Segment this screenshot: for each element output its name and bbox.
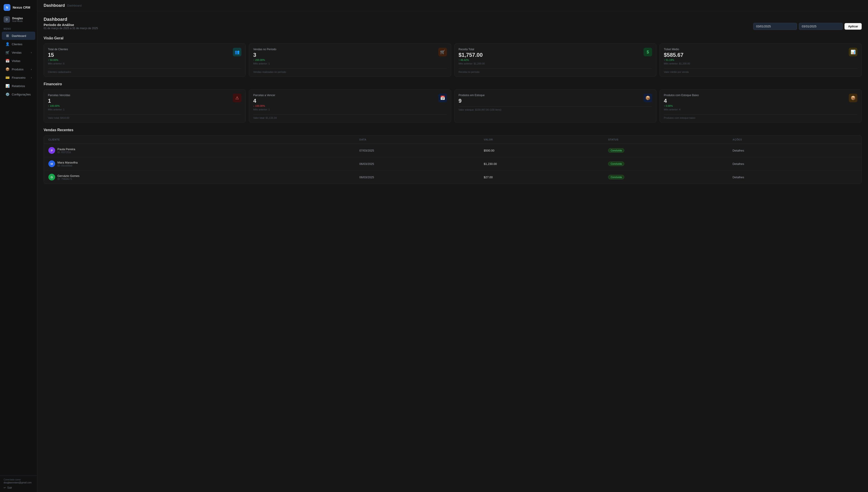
stat-card: Produtos com Estoque Baixo 4 ↑ 0.00% Mês… [660,89,862,123]
sidebar-item-vendas[interactable]: 🛒 Vendas › [2,48,35,56]
row-date: 06/03/2025 [360,175,484,179]
visao-geral-cards: Total de Clientes 15 ↑ 50.00% Mês anteri… [44,44,862,77]
financeiro-icon: 💳 [5,76,9,80]
card-icon: 👥 [233,48,241,56]
produtos-icon: 📦 [5,67,9,71]
card-label: Total de Clientes [48,48,68,51]
card-icon: 🛒 [438,48,447,56]
card-label: Vendas no Período [253,48,276,51]
card-label: Produtos com Estoque Baixo [664,94,699,97]
table-row: M Mara Maravilha ID: 05cd35bd 06/03/2025… [44,157,862,171]
page-content: Dashboard Período de Análise 01 de março… [37,11,868,189]
logout-icon: ↩ [4,486,6,489]
sidebar-item-dashboard[interactable]: ⊞ Dashboard [2,32,35,40]
sidebar-item-visitas[interactable]: 📅 Visitas [2,57,35,65]
stat-card: Vendas no Período 3 ↑ 200.00% Mês anteri… [249,44,451,77]
configuracoes-icon: ⚙️ [5,92,9,96]
card-desc: Valor estoque: $159,997.00 (100 itens) [458,106,652,111]
card-icon: 📊 [849,48,858,56]
vendas-recentes-title: Vendas Recentes [44,128,862,132]
detail-link[interactable]: Detalhes [733,162,857,166]
card-prev: Mês anterior: $1,200.00 [664,62,690,65]
page-title: Dashboard [44,17,862,22]
card-desc: Produtos com estoque baixo [664,115,858,119]
vendas-table: CLIENTEDATAVALORSTATUSAÇÕES P Paula Pere… [44,135,862,184]
card-value: 1 [48,98,70,104]
card-label: Ticket Médio [664,48,690,51]
period-section: Período de Análise 01 de março de 2025 a… [44,23,862,30]
sidebar-item-financeiro[interactable]: 💳 Financeiro › [2,74,35,82]
client-avatar: G [48,174,55,180]
table-row: G Gervázio Gomes ID: 758d4c71 06/03/2025… [44,171,862,184]
column-header: AÇÕES [733,138,857,141]
logo: N Nexus CRM [0,0,37,14]
breadcrumb: Dashboard [67,4,82,7]
card-desc: Receita no período [458,69,652,73]
topbar: Dashboard Dashboard [37,0,868,11]
client-cell: M Mara Maravilha ID: 05cd35bd [48,161,360,167]
user-email: douglasroviano@gmail.com [4,482,33,484]
client-id: ID: f0372f16 [57,151,75,154]
menu-label: MENU [0,26,37,31]
client-avatar: P [48,147,55,154]
logout-button[interactable]: ↩ Sair [4,486,33,489]
card-change: ↑ 200.00% [253,58,276,61]
card-change: ↓ 100.00% [253,104,275,107]
financeiro-cards: Parcelas Vencidas 1 ↑ 100.00% Mês anteri… [44,89,862,123]
card-prev: Mês anterior: 4 [664,108,699,111]
connected-label: Conectado como [4,478,33,481]
date-end-input[interactable] [799,23,843,30]
card-value: 3 [253,52,276,58]
financeiro-title: Financeiro [44,82,862,86]
detail-link[interactable]: Detalhes [733,149,857,152]
column-header: VALOR [484,138,608,141]
table-row: P Paula Pereira ID: f0372f16 07/03/2025 … [44,144,862,157]
sidebar-item-produtos[interactable]: 📦 Produtos › [2,65,35,73]
period-label: Período de Análise [44,23,98,27]
card-label: Produtos em Estoque [458,94,484,97]
sidebar: N Nexus CRM D Douglas God Mode MENU ⊞ Da… [0,0,37,492]
vendas-icon: 🛒 [5,50,9,54]
card-desc: Valor total: $1,133.34 [253,115,447,119]
card-prev: Mês anterior: 1 [48,108,70,111]
table-body: P Paula Pereira ID: f0372f16 07/03/2025 … [44,144,862,184]
sidebar-footer: Conectado como douglasroviano@gmail.com … [0,475,37,492]
row-date: 07/03/2025 [360,149,484,152]
date-start-input[interactable] [753,23,797,30]
card-change: ↑ 50.00% [48,58,68,61]
card-icon: 📅 [438,94,447,102]
card-desc: Valor médio por venda [664,69,858,73]
logo-icon: N [4,4,10,11]
row-value: $27.00 [484,175,608,179]
chevron-right-icon: › [31,51,32,54]
table-header: CLIENTEDATAVALORSTATUSAÇÕES [44,136,862,144]
client-id: ID: 05cd35bd [57,164,78,167]
card-prev: Mês anterior: 6 [48,62,68,65]
sidebar-item-relatorios[interactable]: 📊 Relatórios [2,82,35,90]
card-icon: 📦 [849,94,858,102]
card-value: 15 [48,52,68,58]
card-change: ↑ 100.00% [48,104,70,107]
status-badge: Concluída [608,175,624,179]
client-cell: G Gervázio Gomes ID: 758d4c71 [48,174,360,180]
detail-link[interactable]: Detalhes [733,175,857,179]
stat-card: Total de Clientes 15 ↑ 50.00% Mês anteri… [44,44,246,77]
clientes-icon: 👤 [5,42,9,46]
sidebar-item-clientes[interactable]: 👤 Clientes [2,40,35,48]
card-icon: 📦 [643,94,652,102]
apply-button[interactable]: Aplicar [844,23,862,30]
topbar-title: Dashboard [44,3,65,8]
row-value: $1,230.00 [484,162,608,166]
card-prev: Mês anterior: 1 [253,62,276,65]
sidebar-nav: ⊞ Dashboard 👤 Clientes 🛒 Vendas › 📅 Visi… [0,31,37,99]
logout-label: Sair [7,486,12,489]
card-change: ↑ 46.42% [458,58,485,61]
card-label: Receita Total [458,48,485,51]
row-date: 06/03/2025 [360,162,484,166]
stat-card: Parcelas Vencidas 1 ↑ 100.00% Mês anteri… [44,89,246,123]
client-name: Paula Pereira [57,147,75,151]
client-name: Gervázio Gomes [57,174,80,177]
visitas-icon: 📅 [5,59,9,63]
sidebar-item-configuracoes[interactable]: ⚙️ Configurações [2,90,35,98]
card-change: ↑ 51.19% [664,58,690,61]
